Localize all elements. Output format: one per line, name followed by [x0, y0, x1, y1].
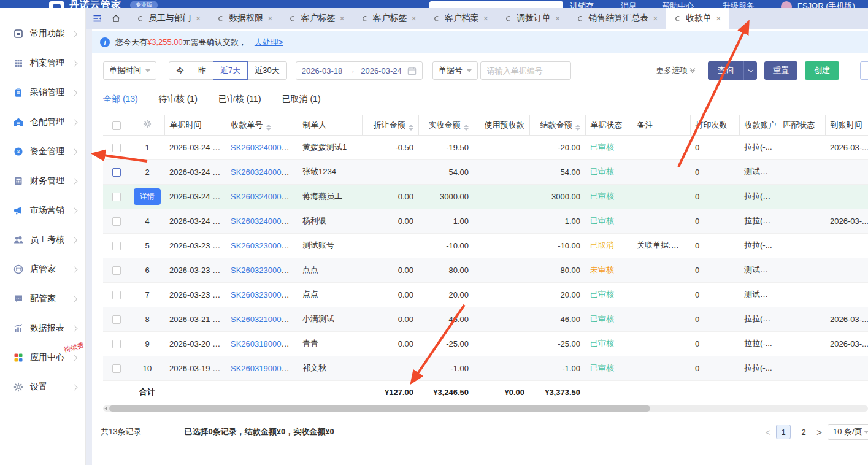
query-button[interactable]: 查询 — [708, 61, 743, 80]
row-checkbox[interactable] — [112, 291, 121, 299]
quick-range-7days[interactable]: 近7天 — [213, 61, 248, 80]
status-tab-cancelled[interactable]: 已取消 (1) — [282, 94, 321, 105]
sidebar-item-archives[interactable]: 档案管理 — [0, 48, 85, 78]
table-row[interactable]: 12026-03-24 1...SK260324000006黄媛媛测试1-0.5… — [103, 135, 868, 159]
row-checkbox[interactable] — [112, 266, 121, 275]
doc-no-input[interactable] — [480, 61, 571, 80]
home-icon[interactable] — [111, 13, 121, 23]
horizontal-scrollbar[interactable] — [103, 405, 868, 412]
tab-receipts[interactable]: 收款单× — [666, 8, 729, 29]
sidebar-item-staff-review[interactable]: 员工考核 — [0, 225, 85, 255]
sidebar-item-finance[interactable]: 财务管理 — [0, 166, 85, 196]
next-page-icon[interactable]: > — [816, 427, 822, 437]
topbar-help[interactable]: 帮助中心 — [662, 1, 694, 8]
select-all-checkbox[interactable] — [112, 121, 121, 130]
reset-button[interactable]: 重置 — [764, 61, 797, 80]
user-avatar[interactable] — [781, 1, 792, 8]
doc-number-link[interactable]: SK260324000006 — [231, 143, 294, 152]
global-search-input[interactable] — [429, 1, 563, 8]
doc-time-select[interactable]: 单据时间 — [103, 61, 156, 80]
sort-icon[interactable] — [464, 125, 469, 131]
doc-number-link[interactable]: SK260321000001 — [231, 315, 294, 324]
doc-number-link[interactable]: SK260323000001 — [231, 290, 294, 299]
close-icon[interactable]: × — [483, 14, 488, 23]
collapse-menu-icon[interactable] — [92, 13, 102, 23]
doc-number-link[interactable]: SK260318000001 — [231, 339, 294, 348]
table-row[interactable]: 42026-03-24 1...SK260324000003杨利银0.001.0… — [103, 209, 868, 233]
table-row[interactable]: 52026-03-23 2...SK26032300000...测试账号-10.… — [103, 233, 868, 258]
close-icon[interactable]: × — [716, 14, 721, 23]
doc-number-link[interactable]: SK260324000005 — [231, 167, 294, 177]
query-dropdown-button[interactable] — [743, 61, 757, 80]
column-header[interactable]: 收款单号 — [226, 115, 298, 135]
table-row[interactable]: 102026-03-19 1...SK260319000002祁文秋-1.00-… — [103, 356, 868, 380]
export-button[interactable]: 导出 — [860, 61, 868, 80]
row-checkbox[interactable] — [112, 315, 121, 324]
table-row[interactable]: 72026-03-23 1...SK260323000001点点0.0020.0… — [103, 282, 868, 307]
sidebar-item-purchase-sales[interactable]: 采销管理 — [0, 78, 85, 107]
close-icon[interactable]: × — [412, 14, 417, 23]
sidebar-item-settings[interactable]: 设置 — [0, 372, 85, 402]
more-options-toggle[interactable]: 更多选项 — [656, 65, 694, 76]
sort-icon[interactable] — [409, 125, 413, 131]
doc-number-link[interactable]: SK260324000004 — [231, 192, 294, 201]
column-header[interactable]: 折让金额 — [362, 115, 418, 135]
topbar-messages[interactable]: 消息 — [621, 1, 637, 8]
tab-customer-tags-2[interactable]: 客户标签× — [353, 8, 424, 29]
tab-sales-settlement-summary[interactable]: 销售结算汇总表× — [568, 8, 666, 29]
table-row[interactable]: 62026-03-23 1...SK26032300000...点点0.0080… — [103, 258, 868, 282]
doc-number-link[interactable]: SK26032300000... — [231, 241, 297, 250]
table-row[interactable]: 82026-03-21 1...SK260321000001小满测试0.0046… — [103, 307, 868, 331]
date-range-picker[interactable]: 2026-03-18 → 2026-03-24 — [296, 61, 423, 80]
row-checkbox[interactable] — [112, 340, 121, 348]
column-settings-gear-icon[interactable] — [143, 120, 152, 128]
sidebar-item-funds[interactable]: ¥ 资金管理 — [0, 137, 85, 166]
go-handle-link[interactable]: 去处理> — [255, 37, 283, 48]
sort-icon[interactable] — [266, 125, 271, 131]
doc-number-link[interactable]: SK260319000002 — [231, 364, 294, 373]
tab-data-permissions[interactable]: 数据权限× — [209, 8, 280, 29]
row-checkbox[interactable] — [112, 144, 121, 152]
table-row[interactable]: 22026-03-24 1...SK260324000005张敏123454.0… — [103, 159, 868, 184]
close-icon[interactable]: × — [339, 14, 344, 23]
sidebar-item-warehouse[interactable]: 仓配管理 — [0, 107, 85, 137]
sidebar-item-reports[interactable]: 数据报表 — [0, 313, 85, 343]
row-checkbox[interactable] — [112, 193, 121, 201]
close-icon[interactable]: × — [196, 14, 201, 23]
detail-button[interactable]: 详情 — [134, 188, 161, 205]
prev-page-icon[interactable]: < — [765, 427, 770, 437]
table-row[interactable]: 92026-03-20 1...SK260318000001青青0.00-25.… — [103, 331, 868, 356]
row-checkbox[interactable] — [112, 242, 121, 250]
row-checkbox[interactable] — [112, 217, 121, 226]
sidebar-item-common[interactable]: 常用功能 — [0, 19, 85, 48]
page-1[interactable]: 1 — [776, 425, 791, 439]
doc-number-link[interactable]: SK260324000003 — [231, 217, 294, 226]
sidebar-item-app-center[interactable]: 应用中心 待续费 — [0, 343, 85, 372]
close-icon[interactable]: × — [555, 14, 560, 23]
sidebar-item-shop-keeper[interactable]: 店管家 — [0, 255, 85, 284]
status-tab-pending[interactable]: 待审核 (1) — [159, 94, 198, 105]
tab-transfer-orders[interactable]: 调拨订单× — [496, 8, 568, 29]
scroll-left-arrow-icon[interactable] — [104, 407, 107, 410]
tab-employees-departments[interactable]: 员工与部门× — [128, 8, 209, 29]
doc-number-link[interactable]: SK26032300000... — [231, 266, 297, 275]
sort-icon[interactable] — [575, 125, 580, 131]
column-header[interactable]: 实收金额 — [418, 115, 474, 135]
topbar-link[interactable]: 进销存 — [570, 1, 594, 8]
tab-customer-tags-1[interactable]: 客户标签× — [280, 8, 352, 29]
quick-range-30days[interactable]: 近30天 — [247, 61, 286, 80]
tab-customer-files[interactable]: 客户档案× — [424, 8, 496, 29]
status-tab-approved[interactable]: 已审核 (11) — [218, 94, 261, 105]
date-to[interactable]: 2026-03-24 — [361, 66, 402, 75]
doc-no-select[interactable]: 单据号 — [432, 61, 478, 80]
date-from[interactable]: 2026-03-18 — [302, 66, 343, 75]
page-size-select[interactable]: 10 条/页 — [828, 424, 868, 440]
quick-range-yesterday[interactable]: 昨 — [191, 61, 213, 80]
close-icon[interactable]: × — [653, 14, 658, 23]
create-button[interactable]: 创建 — [805, 61, 839, 80]
status-tab-all[interactable]: 全部 (13) — [103, 94, 138, 105]
column-header[interactable]: 结款金额 — [529, 115, 585, 135]
topbar-upgrade[interactable]: 升级服务 — [723, 1, 755, 8]
sidebar-item-delivery-keeper[interactable]: 配管家 — [0, 284, 85, 313]
row-checkbox[interactable] — [112, 168, 121, 177]
